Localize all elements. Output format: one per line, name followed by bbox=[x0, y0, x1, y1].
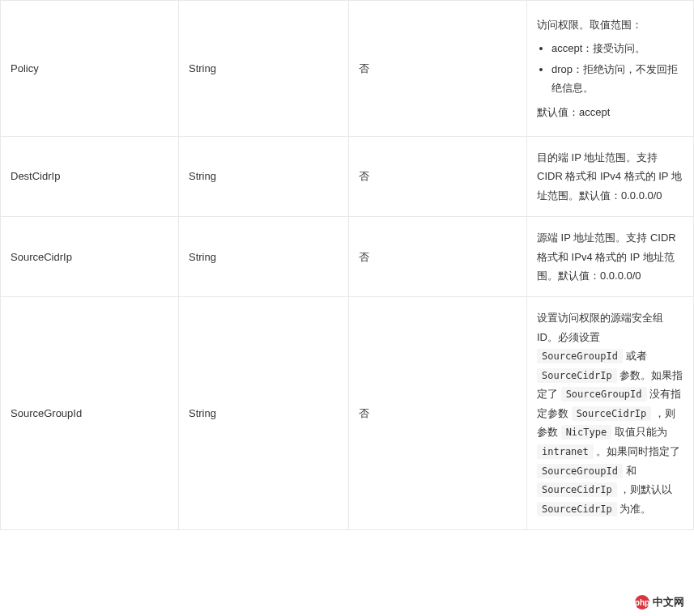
desc-outro: 默认值：accept bbox=[537, 103, 683, 121]
param-type-cell: String bbox=[179, 1, 349, 137]
param-desc-cell: 源端 IP 地址范围。支持 CIDR 格式和 IPv4 格式的 IP 地址范围。… bbox=[527, 217, 694, 297]
desc-segment: 和 bbox=[626, 465, 637, 477]
param-name-cell: SourceCidrIp bbox=[1, 217, 179, 297]
param-type-cell: String bbox=[179, 217, 349, 297]
desc-bullet-item: drop：拒绝访问，不发回拒绝信息。 bbox=[551, 60, 683, 98]
inline-code: SourceGroupId bbox=[537, 464, 623, 478]
inline-code: SourceCidrIp bbox=[537, 502, 617, 516]
desc-segment: ，则默认以 bbox=[619, 483, 672, 495]
param-name-cell: DestCidrIp bbox=[1, 136, 179, 216]
desc-segment: 取值只能为 bbox=[615, 426, 667, 438]
param-required-cell: 否 bbox=[349, 297, 527, 530]
table-row: DestCidrIp String 否 目的端 IP 地址范围。支持 CIDR … bbox=[1, 136, 694, 216]
inline-code: SourceCidrIp bbox=[572, 406, 652, 421]
param-desc-cell: 访问权限。取值范围： accept：接受访问。 drop：拒绝访问，不发回拒绝信… bbox=[527, 1, 694, 137]
param-required-cell: 否 bbox=[349, 136, 527, 216]
desc-intro: 访问权限。取值范围： bbox=[537, 15, 683, 34]
desc-bullets: accept：接受访问。 drop：拒绝访问，不发回拒绝信息。 bbox=[537, 39, 683, 97]
param-required-cell: 否 bbox=[349, 1, 527, 137]
inline-code: SourceGroupId bbox=[561, 387, 647, 401]
inline-code: NicType bbox=[561, 425, 612, 440]
desc-bullet-item: accept：接受访问。 bbox=[551, 39, 683, 57]
param-desc-cell: 目的端 IP 地址范围。支持 CIDR 格式和 IPv4 格式的 IP 地址范围… bbox=[527, 136, 694, 216]
desc-segment: 为准。 bbox=[619, 503, 651, 515]
param-type-cell: String bbox=[179, 297, 349, 530]
parameters-table: Policy String 否 访问权限。取值范围： accept：接受访问。 … bbox=[0, 0, 694, 530]
desc-segment: 或者 bbox=[626, 350, 647, 362]
table-row: SourceCidrIp String 否 源端 IP 地址范围。支持 CIDR… bbox=[1, 217, 694, 297]
table-row: Policy String 否 访问权限。取值范围： accept：接受访问。 … bbox=[1, 1, 694, 137]
param-desc-cell: 设置访问权限的源端安全组 ID。必须设置 SourceGroupId 或者 So… bbox=[527, 297, 694, 530]
inline-code: intranet bbox=[537, 444, 594, 459]
param-name-cell: Policy bbox=[1, 1, 179, 137]
inline-code: SourceGroupId bbox=[537, 349, 623, 363]
param-name-cell: SourceGroupId bbox=[1, 297, 179, 530]
desc-segment: 。如果同时指定了 bbox=[596, 445, 680, 457]
table-row: SourceGroupId String 否 设置访问权限的源端安全组 ID。必… bbox=[1, 297, 694, 530]
inline-code: SourceCidrIp bbox=[537, 482, 617, 497]
param-type-cell: String bbox=[179, 136, 349, 216]
param-required-cell: 否 bbox=[349, 217, 527, 297]
inline-code: SourceCidrIp bbox=[537, 368, 617, 383]
desc-segment: 设置访问权限的源端安全组 ID。必须设置 bbox=[537, 312, 663, 342]
